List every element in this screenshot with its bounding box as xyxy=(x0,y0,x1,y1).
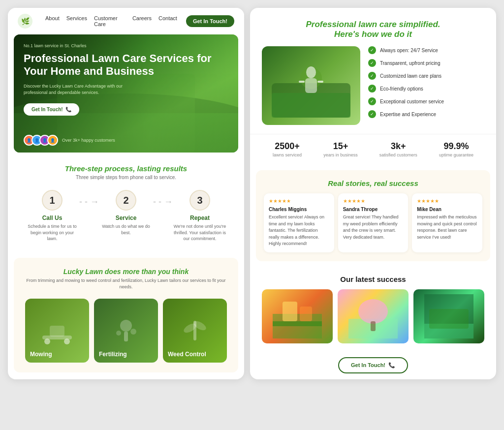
stat-0-label: lawns serviced xyxy=(273,153,302,157)
stat-0-num: 2500+ xyxy=(273,141,302,152)
steps-row: 1 Call Us Schedule a time for us to begi… xyxy=(18,190,234,242)
how-list: ✓ Always open: 24/7 Service ✓ Transparen… xyxy=(368,46,484,123)
svg-rect-27 xyxy=(371,321,376,331)
nav-customer-care[interactable]: Customer Care xyxy=(94,15,126,27)
check-icon-2: ✓ xyxy=(368,72,376,80)
svg-rect-6 xyxy=(50,326,64,337)
stars-0: ★★★★★ xyxy=(269,198,329,204)
hero-cta-label: Get In Touch! xyxy=(32,107,63,112)
mowing-label: Mowing xyxy=(30,351,52,358)
nav-about[interactable]: About xyxy=(45,15,60,27)
steps-subtitle: Three simple steps from phone call to se… xyxy=(18,175,234,180)
step-3-circle: 3 xyxy=(189,190,210,211)
services-title: Lucky Lawn does more than you think xyxy=(22,268,230,276)
hero-section: No.1 lawn service in St. Charles Profess… xyxy=(14,34,238,153)
stats-row: 2500+ lawns serviced 15+ years in busine… xyxy=(250,134,496,164)
bottom-cta: Get In Touch! 📞 xyxy=(250,351,496,379)
svg-rect-23 xyxy=(300,307,312,321)
stat-3-label: uptime guarantee xyxy=(439,153,473,157)
how-item-label-3: Eco-friendly options xyxy=(380,86,423,92)
step-1-circle: 1 xyxy=(42,190,63,211)
customers-text: Over 3k+ happy customers xyxy=(62,138,115,143)
testimonials-section: Real stories, real success ★★★★★ Charles… xyxy=(256,170,490,261)
success-grid xyxy=(262,289,484,343)
step-1-desc: Schedule a time for us to begin working … xyxy=(25,223,79,242)
service-card-weed[interactable]: Weed Control xyxy=(163,299,227,363)
nav-services[interactable]: Services xyxy=(66,15,87,27)
svg-rect-15 xyxy=(272,93,350,118)
testimonials-title-plain: Real stories, xyxy=(328,179,374,187)
check-icon-3: ✓ xyxy=(368,85,376,92)
how-item-1: ✓ Transparent, upfront pricing xyxy=(368,59,484,67)
step-arrow-1: - - → xyxy=(79,190,99,207)
avatar-row: 👤 👤 👤 👤 xyxy=(24,135,58,146)
testimonials-row: ★★★★★ Charles Miggins Excellent service!… xyxy=(264,193,482,252)
logo: 🌿 xyxy=(18,14,32,29)
hero-bottom: 👤 👤 👤 👤 Over 3k+ happy customers xyxy=(24,135,115,146)
how-item-label-1: Transparent, upfront pricing xyxy=(380,61,440,66)
services-subtitle: From trimming and mowing to weed control… xyxy=(22,277,230,291)
svg-point-26 xyxy=(358,299,388,324)
how-item-label-0: Always open: 24/7 Service xyxy=(380,48,438,53)
success-title: Our latest success xyxy=(262,275,484,283)
stat-2-label: satisfied customers xyxy=(379,153,417,157)
phone-icon: 📞 xyxy=(65,107,71,112)
reviewer-0: Charles Miggins xyxy=(269,207,329,212)
hero-cta-button[interactable]: Get In Touch! 📞 xyxy=(24,103,79,116)
nav-contact[interactable]: Contact xyxy=(158,15,177,27)
step-3: 3 Repeat We're not done until you're thr… xyxy=(173,190,227,242)
stat-1: 15+ years in business xyxy=(323,141,358,157)
step-3-desc: We're not done until you're thrilled. Yo… xyxy=(173,223,227,242)
right-panel: Professional lawn care simplified. Here'… xyxy=(250,8,496,379)
how-title: Professional lawn care simplified. Here'… xyxy=(262,20,484,39)
step-arrow-2: - - → xyxy=(153,190,173,207)
step-1-label: Call Us xyxy=(25,215,79,221)
testimonial-1: ★★★★★ Sandra Thrope Great service! They … xyxy=(338,193,409,252)
nav-careers[interactable]: Careers xyxy=(132,15,152,27)
how-item-label-2: Customized lawn care plans xyxy=(380,73,441,79)
nav-cta-button[interactable]: Get In Touch! xyxy=(186,15,234,27)
testimonials-title-italic: real success xyxy=(374,179,418,187)
stat-1-label: years in business xyxy=(323,153,358,157)
service-card-mowing[interactable]: Mowing xyxy=(25,299,89,363)
services-cards: Mowing Fertilizing Weed Control xyxy=(22,299,230,363)
review-text-0: Excellent service! Always on time and my… xyxy=(269,214,329,247)
steps-title: Three-step process, lasting results xyxy=(18,164,234,173)
reviewer-2: Mike Dean xyxy=(417,207,477,212)
steps-section: Three-step process, lasting results Thre… xyxy=(8,153,244,252)
step-2-desc: Watch us do what we do best. xyxy=(99,223,153,236)
svg-rect-19 xyxy=(299,81,305,83)
review-text-2: Impressed with the meticulous mowing and… xyxy=(417,214,477,241)
svg-point-9 xyxy=(116,331,121,336)
how-image xyxy=(262,46,360,125)
bottom-phone-icon: 📞 xyxy=(388,362,395,369)
hero-content: No.1 lawn service in St. Charles Profess… xyxy=(14,34,238,124)
svg-rect-22 xyxy=(283,302,297,321)
step-3-label: Repeat xyxy=(173,215,227,221)
how-title-plain: Professional lawn care xyxy=(306,20,399,29)
stat-2-num: 3k+ xyxy=(379,141,417,152)
svg-point-10 xyxy=(130,329,136,335)
check-icon-1: ✓ xyxy=(368,59,376,67)
logo-icon: 🌿 xyxy=(18,14,32,29)
steps-title-italic: lasting results xyxy=(137,164,188,173)
stat-2: 3k+ satisfied customers xyxy=(379,141,417,157)
how-row: ✓ Always open: 24/7 Service ✓ Transparen… xyxy=(262,46,484,125)
hero-description: Discover the Lucky Lawn Care Advantage w… xyxy=(24,83,132,96)
stars-1: ★★★★★ xyxy=(343,198,404,204)
service-card-fertilizing[interactable]: Fertilizing xyxy=(94,299,158,363)
testimonial-2: ★★★★★ Mike Dean Impressed with the metic… xyxy=(412,193,482,252)
services-title-plain: Lucky Lawn does xyxy=(63,268,123,276)
success-img-1 xyxy=(262,289,333,343)
svg-rect-20 xyxy=(317,81,323,83)
svg-point-4 xyxy=(44,338,50,344)
reviewer-1: Sandra Thrope xyxy=(343,207,404,212)
bottom-cta-label: Get In Touch! xyxy=(351,362,385,368)
weed-label: Weed Control xyxy=(168,351,206,358)
svg-rect-18 xyxy=(305,78,317,93)
svg-rect-8 xyxy=(124,332,128,341)
bottom-cta-button[interactable]: Get In Touch! 📞 xyxy=(338,357,408,373)
hero-badge: No.1 lawn service in St. Charles xyxy=(24,43,228,48)
how-title-italic: simplified. xyxy=(399,20,440,29)
step-2: 2 Service Watch us do what we do best. xyxy=(99,190,153,236)
